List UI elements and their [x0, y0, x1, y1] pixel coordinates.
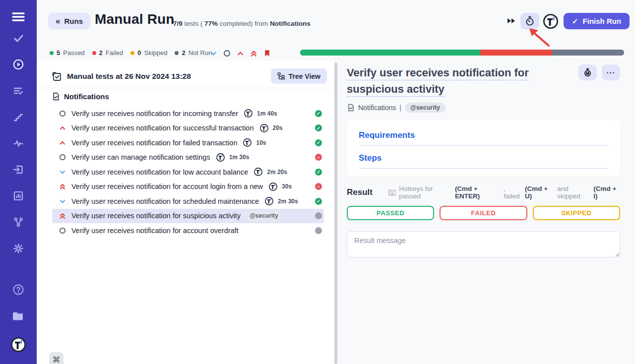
panel-splitter[interactable]: [334, 61, 338, 364]
passed-dot-icon: [50, 51, 54, 55]
filter-critical-priority-icon[interactable]: [250, 49, 258, 58]
critical-priority-icon: [59, 182, 66, 190]
filter-bookmark-icon[interactable]: [263, 49, 271, 58]
notrun-dot-icon: [175, 51, 179, 55]
detail-suite-link[interactable]: Notifications: [358, 104, 396, 112]
summary-notrun[interactable]: 2Not Run: [175, 49, 212, 57]
test-title: Verify user receives notification for ac…: [71, 182, 263, 190]
double-chevron-left-icon: «: [56, 17, 60, 25]
filter-high-priority-icon[interactable]: [236, 49, 245, 58]
test-row[interactable]: Verify user receives notification for ac…: [52, 223, 324, 238]
failed-button[interactable]: FAILED: [440, 206, 527, 220]
suite-name: Notifications: [64, 92, 109, 101]
skipped-button[interactable]: SKIPPED: [533, 206, 620, 220]
test-tag[interactable]: @security: [245, 211, 283, 221]
test-row[interactable]: Verify user receives notification for in…: [52, 106, 324, 121]
test-title: Verify user receives notification for ac…: [71, 227, 239, 235]
status-passed-badge: ✓: [315, 124, 322, 131]
app-logo[interactable]: [10, 336, 27, 353]
test-row[interactable]: Verify user receives notification for ac…: [52, 180, 324, 194]
percent-completed: 77%: [204, 20, 218, 27]
import-login-icon[interactable]: [13, 164, 24, 175]
test-row[interactable]: Verify user receives notification for su…: [52, 121, 324, 136]
header-logo[interactable]: [542, 13, 559, 30]
suite-file-icon: [52, 92, 60, 101]
status-passed-badge: ✓: [315, 198, 322, 205]
branches-icon[interactable]: [13, 217, 24, 228]
test-title: Verify user receives notification for su…: [71, 212, 241, 220]
folder-icon[interactable]: [12, 310, 25, 321]
test-detail-panel: Verify user receives notification for su…: [338, 61, 635, 364]
result-label: Result: [347, 187, 388, 197]
tests-ratio: 7/9: [173, 20, 183, 27]
finish-run-button[interactable]: ✓ Finish Run: [564, 13, 630, 29]
run-progress-bar: [300, 50, 624, 56]
status-summary: 5Passed 2Failed 0Skipped 2Not Run: [50, 49, 212, 57]
help-icon[interactable]: [12, 284, 24, 296]
test-duration: 2m 20s: [267, 169, 287, 176]
sidebar: [0, 0, 37, 364]
run-title: Manual tests at 26 Nov 2024 13:28: [67, 72, 191, 81]
progress-failed-segment: [480, 50, 552, 56]
testomat-logo-icon: [259, 123, 269, 133]
settings-gear-icon[interactable]: [13, 243, 24, 254]
test-row[interactable]: Verify user receives notification for su…: [52, 209, 324, 224]
progress-notrun-segment: [552, 50, 624, 56]
test-row[interactable]: Verify user receives notification for fa…: [52, 135, 324, 150]
stopwatch-icon: [525, 16, 535, 26]
pulse-activity-icon[interactable]: [13, 138, 24, 149]
reports-chart-icon[interactable]: [13, 190, 24, 201]
hotkeys-command-button[interactable]: ⌘: [49, 352, 64, 364]
divider: [37, 88, 334, 88]
fast-forward-icon[interactable]: [507, 16, 517, 26]
check-icon: ✓: [572, 17, 578, 26]
test-title: Verify user receives notification for sc…: [71, 197, 259, 205]
detail-test-title[interactable]: Verify user receives notification for su…: [347, 64, 573, 97]
tests-check-icon[interactable]: [13, 33, 24, 44]
stopwatch-filled-icon: [583, 68, 592, 77]
tree-view-toggle[interactable]: Tree View: [271, 68, 327, 84]
filter-low-priority-icon[interactable]: [209, 49, 218, 58]
security-tag[interactable]: @security: [405, 103, 445, 113]
critical-priority-icon: [59, 212, 66, 220]
test-row[interactable]: Verify user receives notification for lo…: [52, 165, 324, 180]
summary-skipped[interactable]: 0Skipped: [130, 49, 167, 57]
test-duration: 2m 30s: [278, 198, 298, 205]
test-plans-icon[interactable]: [13, 85, 24, 96]
high-priority-icon: [59, 139, 66, 147]
hamburger-menu-icon[interactable]: [12, 12, 25, 22]
detail-timer-button[interactable]: [578, 64, 597, 80]
requirements-section-header[interactable]: Requirements: [359, 130, 608, 146]
splitter-handle[interactable]: [334, 62, 337, 364]
result-message-input[interactable]: [347, 231, 620, 257]
summary-failed[interactable]: 2Failed: [92, 49, 124, 57]
tree-view-icon: [277, 72, 285, 80]
detail-card: Requirements Steps: [347, 120, 620, 177]
test-list: Verify user receives notification for in…: [37, 106, 334, 238]
filter-normal-priority-icon[interactable]: [223, 49, 231, 58]
steps-stairs-icon[interactable]: [13, 112, 24, 122]
test-row[interactable]: Verify user can manage notification sett…: [52, 150, 324, 165]
passed-button[interactable]: PASSED: [347, 206, 434, 220]
more-options-button[interactable]: ···: [602, 64, 620, 80]
back-to-runs-button[interactable]: « Runs: [48, 13, 90, 29]
status-passed-badge: ✓: [315, 110, 322, 117]
low-priority-icon: [59, 197, 66, 205]
runs-play-icon[interactable]: [13, 59, 24, 70]
app-window: « Runs Manual Run 7/9 tests ( 77% comple…: [0, 0, 635, 364]
test-duration: 10s: [256, 139, 266, 146]
test-title: Verify user receives notification for su…: [71, 124, 254, 132]
normal-priority-icon: [59, 153, 66, 161]
normal-priority-icon: [59, 110, 66, 118]
failed-dot-icon: [92, 51, 96, 55]
test-duration: 20s: [273, 124, 283, 131]
summary-passed[interactable]: 5Passed: [50, 49, 85, 57]
steps-section-header[interactable]: Steps: [359, 153, 608, 169]
test-row[interactable]: Verify user receives notification for sc…: [52, 194, 324, 209]
timer-stopwatch-button[interactable]: [520, 13, 539, 29]
file-icon: [347, 104, 355, 112]
suite-row[interactable]: Notifications: [52, 92, 109, 101]
test-title: Verify user receives notification for fa…: [71, 139, 237, 147]
high-priority-icon: [59, 124, 66, 132]
status-passed-badge: ✓: [315, 139, 322, 146]
